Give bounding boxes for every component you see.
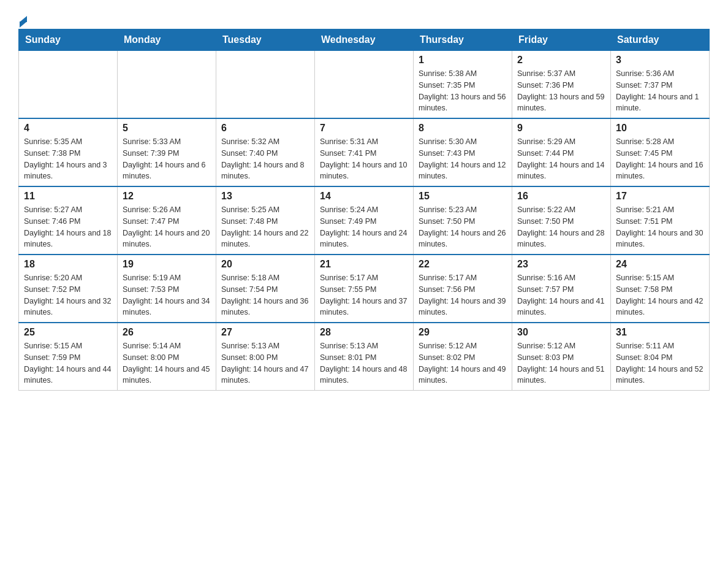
calendar-cell [315, 51, 414, 119]
day-info: Sunrise: 5:16 AMSunset: 7:57 PMDaylight:… [517, 272, 605, 318]
day-info: Sunrise: 5:12 AMSunset: 8:02 PMDaylight:… [419, 340, 507, 386]
day-info: Sunrise: 5:30 AMSunset: 7:43 PMDaylight:… [419, 136, 507, 182]
calendar-cell: 25Sunrise: 5:15 AMSunset: 7:59 PMDayligh… [19, 323, 118, 391]
week-row-4: 18Sunrise: 5:20 AMSunset: 7:52 PMDayligh… [19, 255, 710, 323]
day-number: 28 [320, 327, 408, 338]
day-info: Sunrise: 5:11 AMSunset: 8:04 PMDaylight:… [616, 340, 704, 386]
weekday-header-sunday: Sunday [19, 29, 118, 51]
weekday-header-friday: Friday [512, 29, 611, 51]
calendar-cell: 7Sunrise: 5:31 AMSunset: 7:41 PMDaylight… [315, 118, 414, 186]
day-number: 5 [123, 123, 211, 134]
day-number: 7 [320, 123, 408, 134]
day-number: 25 [24, 327, 112, 338]
calendar: SundayMondayTuesdayWednesdayThursdayFrid… [18, 29, 710, 391]
day-info: Sunrise: 5:18 AMSunset: 7:54 PMDaylight:… [221, 272, 309, 318]
calendar-cell: 1Sunrise: 5:38 AMSunset: 7:35 PMDaylight… [414, 51, 512, 119]
calendar-cell: 22Sunrise: 5:17 AMSunset: 7:56 PMDayligh… [414, 255, 512, 323]
calendar-cell: 27Sunrise: 5:13 AMSunset: 8:00 PMDayligh… [216, 323, 315, 391]
day-number: 30 [517, 327, 605, 338]
day-info: Sunrise: 5:38 AMSunset: 7:35 PMDaylight:… [419, 68, 507, 114]
day-info: Sunrise: 5:32 AMSunset: 7:40 PMDaylight:… [221, 136, 309, 182]
day-info: Sunrise: 5:23 AMSunset: 7:50 PMDaylight:… [419, 204, 507, 250]
calendar-cell [118, 51, 216, 119]
header [18, 12, 710, 23]
day-info: Sunrise: 5:25 AMSunset: 7:48 PMDaylight:… [221, 204, 309, 250]
calendar-cell: 19Sunrise: 5:19 AMSunset: 7:53 PMDayligh… [118, 255, 216, 323]
day-info: Sunrise: 5:13 AMSunset: 8:00 PMDaylight:… [221, 340, 309, 386]
day-info: Sunrise: 5:14 AMSunset: 8:00 PMDaylight:… [123, 340, 211, 386]
calendar-cell: 23Sunrise: 5:16 AMSunset: 7:57 PMDayligh… [512, 255, 611, 323]
calendar-cell: 10Sunrise: 5:28 AMSunset: 7:45 PMDayligh… [611, 118, 710, 186]
day-number: 14 [320, 191, 408, 202]
calendar-cell: 2Sunrise: 5:37 AMSunset: 7:36 PMDaylight… [512, 51, 611, 119]
calendar-cell: 6Sunrise: 5:32 AMSunset: 7:40 PMDaylight… [216, 118, 315, 186]
calendar-cell: 11Sunrise: 5:27 AMSunset: 7:46 PMDayligh… [19, 186, 118, 255]
day-number: 17 [616, 191, 704, 202]
day-number: 29 [419, 327, 507, 338]
weekday-header-thursday: Thursday [414, 29, 512, 51]
calendar-cell: 14Sunrise: 5:24 AMSunset: 7:49 PMDayligh… [315, 186, 414, 255]
day-number: 6 [221, 123, 309, 134]
day-number: 1 [419, 55, 507, 66]
day-info: Sunrise: 5:17 AMSunset: 7:56 PMDaylight:… [419, 272, 507, 318]
weekday-header-monday: Monday [118, 29, 216, 51]
day-number: 13 [221, 191, 309, 202]
day-info: Sunrise: 5:28 AMSunset: 7:45 PMDaylight:… [616, 136, 704, 182]
day-number: 20 [221, 259, 309, 270]
day-info: Sunrise: 5:24 AMSunset: 7:49 PMDaylight:… [320, 204, 408, 250]
calendar-cell: 31Sunrise: 5:11 AMSunset: 8:04 PMDayligh… [611, 323, 710, 391]
day-info: Sunrise: 5:36 AMSunset: 7:37 PMDaylight:… [616, 68, 704, 114]
day-number: 27 [221, 327, 309, 338]
day-info: Sunrise: 5:29 AMSunset: 7:44 PMDaylight:… [517, 136, 605, 182]
calendar-cell: 21Sunrise: 5:17 AMSunset: 7:55 PMDayligh… [315, 255, 414, 323]
day-number: 22 [419, 259, 507, 270]
weekday-header-tuesday: Tuesday [216, 29, 315, 51]
day-number: 19 [123, 259, 211, 270]
day-info: Sunrise: 5:35 AMSunset: 7:38 PMDaylight:… [24, 136, 112, 182]
calendar-cell: 13Sunrise: 5:25 AMSunset: 7:48 PMDayligh… [216, 186, 315, 255]
day-number: 11 [24, 191, 112, 202]
calendar-cell [19, 51, 118, 119]
day-info: Sunrise: 5:17 AMSunset: 7:55 PMDaylight:… [320, 272, 408, 318]
day-info: Sunrise: 5:12 AMSunset: 8:03 PMDaylight:… [517, 340, 605, 386]
day-number: 4 [24, 123, 112, 134]
week-row-1: 1Sunrise: 5:38 AMSunset: 7:35 PMDaylight… [19, 51, 710, 119]
calendar-cell: 12Sunrise: 5:26 AMSunset: 7:47 PMDayligh… [118, 186, 216, 255]
day-number: 8 [419, 123, 507, 134]
week-row-5: 25Sunrise: 5:15 AMSunset: 7:59 PMDayligh… [19, 323, 710, 391]
day-info: Sunrise: 5:19 AMSunset: 7:53 PMDaylight:… [123, 272, 211, 318]
calendar-cell: 30Sunrise: 5:12 AMSunset: 8:03 PMDayligh… [512, 323, 611, 391]
day-number: 2 [517, 55, 605, 66]
day-number: 24 [616, 259, 704, 270]
weekday-header-saturday: Saturday [611, 29, 710, 51]
day-info: Sunrise: 5:37 AMSunset: 7:36 PMDaylight:… [517, 68, 605, 114]
day-number: 23 [517, 259, 605, 270]
calendar-cell: 24Sunrise: 5:15 AMSunset: 7:58 PMDayligh… [611, 255, 710, 323]
weekday-header-wednesday: Wednesday [315, 29, 414, 51]
day-info: Sunrise: 5:27 AMSunset: 7:46 PMDaylight:… [24, 204, 112, 250]
day-number: 12 [123, 191, 211, 202]
weekday-header-row: SundayMondayTuesdayWednesdayThursdayFrid… [19, 29, 710, 51]
calendar-cell: 4Sunrise: 5:35 AMSunset: 7:38 PMDaylight… [19, 118, 118, 186]
week-row-3: 11Sunrise: 5:27 AMSunset: 7:46 PMDayligh… [19, 186, 710, 255]
day-number: 10 [616, 123, 704, 134]
day-info: Sunrise: 5:26 AMSunset: 7:47 PMDaylight:… [123, 204, 211, 250]
day-number: 26 [123, 327, 211, 338]
day-number: 9 [517, 123, 605, 134]
day-info: Sunrise: 5:21 AMSunset: 7:51 PMDaylight:… [616, 204, 704, 250]
calendar-cell: 28Sunrise: 5:13 AMSunset: 8:01 PMDayligh… [315, 323, 414, 391]
day-info: Sunrise: 5:22 AMSunset: 7:50 PMDaylight:… [517, 204, 605, 250]
calendar-cell: 5Sunrise: 5:33 AMSunset: 7:39 PMDaylight… [118, 118, 216, 186]
calendar-cell: 17Sunrise: 5:21 AMSunset: 7:51 PMDayligh… [611, 186, 710, 255]
logo [18, 12, 27, 23]
calendar-cell: 15Sunrise: 5:23 AMSunset: 7:50 PMDayligh… [414, 186, 512, 255]
calendar-cell: 29Sunrise: 5:12 AMSunset: 8:02 PMDayligh… [414, 323, 512, 391]
calendar-cell: 18Sunrise: 5:20 AMSunset: 7:52 PMDayligh… [19, 255, 118, 323]
calendar-cell: 20Sunrise: 5:18 AMSunset: 7:54 PMDayligh… [216, 255, 315, 323]
day-number: 21 [320, 259, 408, 270]
day-info: Sunrise: 5:33 AMSunset: 7:39 PMDaylight:… [123, 136, 211, 182]
day-number: 31 [616, 327, 704, 338]
calendar-cell: 8Sunrise: 5:30 AMSunset: 7:43 PMDaylight… [414, 118, 512, 186]
calendar-cell: 3Sunrise: 5:36 AMSunset: 7:37 PMDaylight… [611, 51, 710, 119]
day-info: Sunrise: 5:15 AMSunset: 7:59 PMDaylight:… [24, 340, 112, 386]
